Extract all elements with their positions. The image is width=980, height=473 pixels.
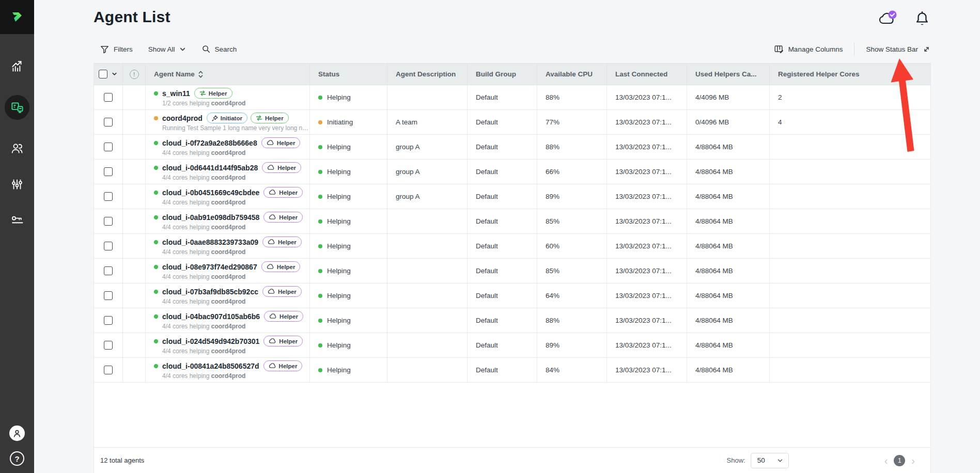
build-group-cell: Default xyxy=(468,135,537,159)
last-connected-cell: 13/03/2023 07:1... xyxy=(607,308,687,333)
prev-page-button[interactable]: ‹ xyxy=(884,455,888,466)
profile-avatar[interactable] xyxy=(9,425,25,441)
header-icons xyxy=(877,8,930,29)
row-select-cell xyxy=(94,184,123,209)
sidebar-item-agents[interactable] xyxy=(5,95,29,120)
agent-name[interactable]: coord4prod xyxy=(162,114,203,122)
agent-name[interactable]: cloud_i-00841a24b8506527d xyxy=(162,362,259,370)
initiator-pin-icon xyxy=(212,115,218,121)
row-checkbox[interactable] xyxy=(104,167,113,176)
agent-name[interactable]: s_win11 xyxy=(162,89,190,98)
column-header-registered-cores[interactable]: Registered Helper Cores xyxy=(770,64,930,85)
status-label: Helping xyxy=(327,168,351,176)
agent-name[interactable]: cloud_i-0aae8883239733a09 xyxy=(162,238,258,246)
status-dot xyxy=(318,120,322,124)
search-button[interactable]: Search xyxy=(201,44,237,54)
row-checkbox[interactable] xyxy=(104,291,113,300)
table-row: cloud_i-07b3af9db85cb92cc Helper 4/4 cor… xyxy=(94,283,930,308)
agent-name[interactable]: cloud_i-08e973f74ed290867 xyxy=(162,263,257,271)
show-label: Show: xyxy=(727,456,745,464)
badge-label: Helper xyxy=(279,313,298,320)
column-header-available-cpu[interactable]: Available CPU xyxy=(537,64,607,85)
column-header-used-helpers[interactable]: Used Helpers Ca... xyxy=(687,64,770,85)
agent-dot xyxy=(154,91,158,96)
registered-cores-cell xyxy=(770,308,930,333)
current-page-button[interactable]: 1 xyxy=(894,455,905,466)
agent-name[interactable]: cloud_i-07b3af9db85cb92cc xyxy=(162,288,258,296)
notifications-button[interactable] xyxy=(914,10,930,27)
row-select-cell xyxy=(94,135,123,159)
table-row: cloud_i-0aae8883239733a09 Helper 4/4 cor… xyxy=(94,234,930,259)
used-helpers-cell: 4/88064 MB xyxy=(687,259,770,283)
agent-subtext: 4/4 cores helping coord4prod xyxy=(162,298,245,305)
agents-icon xyxy=(10,101,24,115)
last-connected-cell: 13/03/2023 07:1... xyxy=(607,259,687,283)
agent-dot xyxy=(154,191,158,195)
badge-label: Helper xyxy=(279,338,298,344)
main-area: Agent List xyxy=(34,0,980,473)
table-row: coord4prod InitiatorHelper Running Test … xyxy=(94,110,930,135)
cloud-icon xyxy=(267,264,274,270)
agent-name[interactable]: cloud_i-0d6441d144f95ab28 xyxy=(162,164,258,172)
sidebar-item-settings[interactable] xyxy=(9,177,25,192)
column-header-description[interactable]: Agent Description xyxy=(387,64,468,85)
status-cell: Helping xyxy=(310,209,387,233)
row-checkbox[interactable] xyxy=(104,242,113,250)
agent-name-cell: cloud_i-00841a24b8506527d Helper 4/4 cor… xyxy=(146,358,310,382)
description-cell: A team xyxy=(387,110,468,134)
status-cell: Helping xyxy=(310,160,387,184)
sidebar-item-license[interactable] xyxy=(9,213,25,228)
select-menu-chevron-icon[interactable] xyxy=(111,71,118,77)
row-checkbox[interactable] xyxy=(104,341,113,350)
agent-badges: Helper xyxy=(263,187,303,198)
sliders-icon xyxy=(10,178,24,191)
row-checkbox[interactable] xyxy=(104,93,113,102)
description-cell: group A xyxy=(387,160,468,184)
manage-columns-button[interactable]: Manage Columns xyxy=(774,44,843,54)
sidebar-item-users[interactable] xyxy=(9,140,25,156)
column-header-agent-name[interactable]: Agent Name xyxy=(146,64,310,85)
status-label: Helping xyxy=(327,143,351,151)
app-logo[interactable] xyxy=(0,0,34,34)
agent-subtext: 4/4 cores helping coord4prod xyxy=(162,372,245,380)
row-checkbox[interactable] xyxy=(104,217,113,226)
scope-dropdown[interactable]: Show All xyxy=(148,45,186,53)
pin-badge: Initiator xyxy=(207,113,247,123)
cloud-status-button[interactable] xyxy=(877,8,899,29)
available-cpu-cell: 84% xyxy=(537,358,607,382)
column-header-build-group[interactable]: Build Group xyxy=(468,64,537,85)
show-status-bar-button[interactable]: Show Status Bar xyxy=(866,45,931,54)
help-button[interactable]: ? xyxy=(10,451,24,466)
select-all-checkbox[interactable] xyxy=(99,70,107,78)
row-checkbox[interactable] xyxy=(104,266,113,275)
status-dot xyxy=(318,195,322,199)
agent-subtext: 4/4 cores helping coord4prod xyxy=(162,273,245,280)
row-checkbox[interactable] xyxy=(104,366,113,374)
row-alert-cell xyxy=(123,234,146,258)
agent-name[interactable]: cloud_i-0f72a9a2e88b666e8 xyxy=(162,139,257,147)
row-checkbox[interactable] xyxy=(104,143,113,151)
agent-name[interactable]: cloud_i-04bac907d105ab6b6 xyxy=(162,312,260,321)
next-page-button[interactable]: › xyxy=(911,455,915,466)
scope-label: Show All xyxy=(148,45,175,53)
page-size-select[interactable]: 50 xyxy=(751,453,789,468)
row-checkbox[interactable] xyxy=(104,192,113,201)
row-checkbox[interactable] xyxy=(104,316,113,325)
status-dot xyxy=(318,319,322,323)
agent-name[interactable]: cloud_i-024d549d942b70301 xyxy=(162,337,259,345)
agent-name[interactable]: cloud_i-0ab91e098db759458 xyxy=(162,213,259,222)
build-group-cell: Default xyxy=(468,160,537,184)
agent-name[interactable]: cloud_i-0b0451669c49cbdee xyxy=(162,188,259,197)
filters-button[interactable]: Filters xyxy=(100,44,133,54)
column-header-last-connected[interactable]: Last Connected xyxy=(607,64,687,85)
agent-subtext: 4/4 cores helping coord4prod xyxy=(162,323,245,330)
sort-icon[interactable] xyxy=(198,70,204,78)
sidebar-item-analytics[interactable] xyxy=(9,59,25,74)
row-checkbox[interactable] xyxy=(104,118,113,127)
description-cell xyxy=(387,283,468,308)
table-row: cloud_i-08e973f74ed290867 Helper 4/4 cor… xyxy=(94,259,930,283)
status-dot xyxy=(318,294,322,298)
column-header-status[interactable]: Status xyxy=(310,64,387,85)
agent-dot xyxy=(154,339,158,343)
badge-label: Helper xyxy=(277,140,295,146)
